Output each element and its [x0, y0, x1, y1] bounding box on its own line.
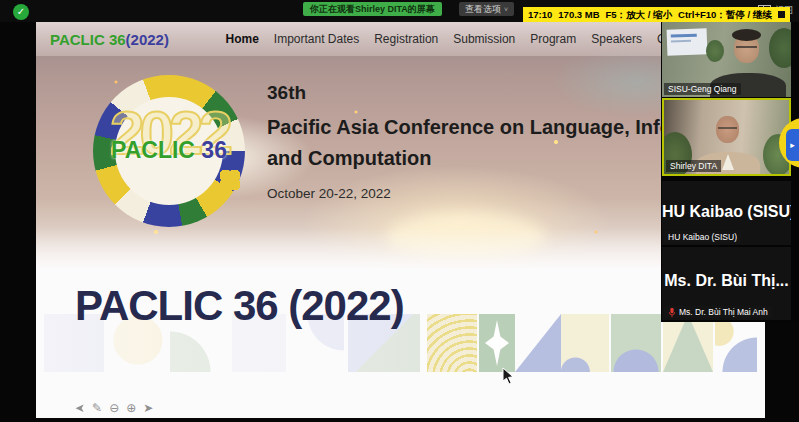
view-options-label: 查看选项: [465, 4, 501, 14]
participant-display-name: Ms. Dr. Bùi Thị...: [662, 272, 791, 290]
shared-screen-webpage: 36th Pacific Asia Conference on Language…: [36, 22, 765, 418]
clover-decoration-icon: [220, 170, 240, 190]
share-data-size: 170.3 MB: [558, 7, 599, 22]
participant-name-chip: SISU-Geng Qiang: [664, 83, 741, 95]
nav-item-home[interactable]: Home: [225, 32, 258, 46]
participant-name-chip: HU Kaibao (SISU): [664, 231, 741, 243]
dome-pattern-tile: [611, 314, 661, 372]
site-navbar: PACLIC 36(2022) Home Important Dates Reg…: [36, 22, 765, 56]
nav-item-program[interactable]: Program: [530, 32, 576, 46]
pencil-icon[interactable]: ✎: [92, 401, 102, 415]
nav-item-important-dates[interactable]: Important Dates: [274, 32, 359, 46]
video-tile-hu-kaibao[interactable]: HU Kaibao (SISU) HU Kaibao (SISU): [662, 181, 791, 245]
share-timer: 17:10: [528, 7, 552, 22]
back-arrow-icon[interactable]: ➤: [75, 401, 85, 415]
video-tile-shirley-dita[interactable]: Shirley DITA: [662, 98, 791, 176]
logo-name-text: PACLIC 36: [93, 137, 245, 164]
whiteboard-decoration: [667, 28, 708, 55]
pause-shortcut-hint: Ctrl+F10：暂停 / 继续: [678, 7, 772, 22]
site-logo-blue: (2022): [126, 31, 169, 48]
plant-decoration: [706, 40, 724, 62]
participant-face: [734, 34, 759, 63]
speaking-mic-icon: [668, 307, 676, 318]
video-tile-geng-qiang[interactable]: SISU-Geng Qiang: [662, 22, 791, 97]
arc-pattern-tile: [427, 314, 477, 372]
forward-arrow-icon[interactable]: ➤: [143, 401, 153, 415]
page-body-section: PACLIC 36 (2022) ➤ ✎ ⊖ ⊕ ➤: [36, 268, 765, 418]
circle-tool-a-icon[interactable]: ⊖: [109, 401, 119, 415]
collapse-arrow-icon: ▸: [790, 140, 795, 150]
participant-name: HU Kaibao (SISU): [668, 231, 737, 243]
panel-collapse-handle[interactable]: ▸: [786, 129, 799, 161]
site-logo-green: PACLIC 36: [50, 31, 126, 48]
participant-display-name: HU Kaibao (SISU): [662, 203, 791, 221]
participant-name: Shirley DITA: [670, 160, 717, 172]
share-stats-bar[interactable]: 17:10 170.3 MB F5：放大 / 缩小 Ctrl+F10：暂停 / …: [523, 7, 790, 22]
participant-video-panel: SISU-Geng Qiang Shirley DITA HU Kaibao (…: [661, 20, 799, 322]
participant-face: [716, 116, 739, 143]
star-pattern-tile: [479, 314, 515, 372]
plant-decoration: [769, 28, 791, 68]
participant-name-chip: Shirley DITA: [666, 160, 721, 172]
triangle-pattern-tile: [515, 314, 561, 372]
site-logo[interactable]: PACLIC 36(2022): [50, 31, 169, 48]
logo-name-green: PACLIC: [111, 137, 195, 163]
meeting-top-bar: ✓ 你正在观看Shirley DITA的屏幕 查看选项˅ 17:10 170.3…: [0, 0, 799, 22]
participant-name: Ms. Dr. Bùi Thị Mai Anh: [679, 306, 768, 318]
watching-screen-banner: 你正在观看Shirley DITA的屏幕: [303, 2, 442, 16]
page-bottom-toolbar: ➤ ✎ ⊖ ⊕ ➤: [75, 401, 153, 415]
city-photo-building-glow: [386, 214, 546, 260]
paclic-logo-badge: 2022 PACLIC 36: [93, 75, 245, 227]
nav-item-submission[interactable]: Submission: [453, 32, 515, 46]
view-options-button[interactable]: 查看选项˅: [459, 2, 514, 16]
video-tile-bui-thi-mai-anh[interactable]: Ms. Dr. Bùi Thị... Ms. Dr. Bùi Thị Mai A…: [662, 247, 791, 320]
logo-name-blue: 36: [201, 137, 227, 163]
zoom-shortcut-hint: F5：放大 / 缩小: [606, 7, 673, 22]
circle-tool-b-icon[interactable]: ⊕: [126, 401, 136, 415]
hero-section: 36th Pacific Asia Conference on Language…: [36, 22, 765, 268]
participant-name-chip: Ms. Dr. Bùi Thị Mai Anh: [664, 306, 772, 318]
page-title: PACLIC 36 (2022): [75, 282, 404, 330]
nav-item-registration[interactable]: Registration: [374, 32, 438, 46]
chevron-down-icon: ˅: [504, 6, 508, 13]
participant-name: SISU-Geng Qiang: [668, 83, 737, 95]
nav-item-speakers[interactable]: Speakers: [591, 32, 642, 46]
mouse-cursor-icon: [502, 367, 516, 385]
security-shield-icon: ✓: [13, 4, 29, 20]
stop-share-icon[interactable]: [778, 11, 785, 18]
